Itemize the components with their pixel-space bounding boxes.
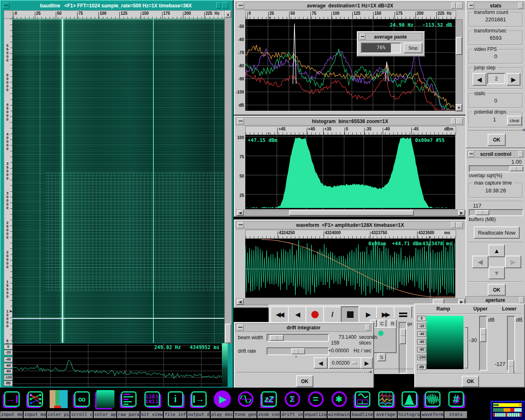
scroll-left-button[interactable]: ◀ <box>472 256 488 268</box>
toolbar-item-tone-gen[interactable]: tone gen <box>234 388 257 420</box>
toolbar-label-tone-gen[interactable]: tone gen <box>234 411 257 418</box>
window-menu-button[interactable] <box>518 2 523 9</box>
drift-rate-slider-thumb[interactable] <box>291 348 305 354</box>
rewind-button[interactable]: ◀◀ <box>270 306 289 323</box>
gain-slider-track[interactable] <box>399 322 407 374</box>
toolbar-item-histogram[interactable]: histogra <box>397 388 421 420</box>
toolbar-button-bit-view[interactable]: 11011011 <box>140 388 164 410</box>
toolbar-item-windowing[interactable]: ✱windowin <box>327 388 351 420</box>
toolbar-item-input-map[interactable]: input ma <box>23 388 47 420</box>
toolbar-item-output-device[interactable]: →output d <box>187 388 210 420</box>
record-enable-button[interactable]: R <box>388 320 397 328</box>
average-titlebar[interactable]: average destination=1 Hz=1X dB=2X <box>236 2 464 10</box>
histogram-plot[interactable]: +47.15 dBm 0x00e7 #55 <box>245 135 455 209</box>
toolbar-label-histogram[interactable]: histogra <box>398 411 420 418</box>
average-paste-titlebar[interactable]: average paste <box>358 33 422 41</box>
toolbar-label-file-info[interactable]: file inf <box>164 411 187 418</box>
toolbar-button-windowing[interactable]: ✱ <box>327 388 351 410</box>
toolbar-label-output-device[interactable]: output d <box>187 411 210 418</box>
toolbar-label-scroll-control[interactable]: scroll c <box>71 411 93 418</box>
scroll-up-button[interactable]: ▲ <box>225 11 231 18</box>
scroll-down-button[interactable]: ▼ <box>456 104 462 111</box>
frequency-ruler[interactable]: 0255075100125150175200225Hz <box>12 10 225 19</box>
scroll-control-titlebar[interactable]: scroll control <box>467 150 524 158</box>
capture-button[interactable]: C <box>378 320 386 328</box>
stop-button[interactable] <box>341 306 359 323</box>
average-vscrollbar[interactable]: ▼ <box>455 19 463 112</box>
toolbar-label-waveform[interactable]: waveform <box>421 411 444 418</box>
window-menu-button[interactable] <box>451 2 456 9</box>
minimize-button[interactable] <box>3 2 9 9</box>
histogram-ruler[interactable]: ▼ +45+40+350-35-40-45dBm <box>245 126 456 135</box>
ok-button[interactable]: OK <box>488 134 506 146</box>
toolbar-label-input-device[interactable]: input de <box>0 411 23 418</box>
toolbar-button-input-device[interactable]: → <box>0 388 23 410</box>
window-menu-button[interactable] <box>365 324 370 331</box>
toolbar-button-equalizer[interactable]: = <box>304 388 327 410</box>
toolbar-item-input-device[interactable]: →input de <box>0 388 23 420</box>
baudline-titlebar[interactable]: baudline <F1> FFT=1024 sample_rate=500 H… <box>2 2 230 9</box>
toolbar-item-baudline[interactable]: baudline <box>351 388 374 420</box>
toolbar-button-waveform[interactable] <box>421 388 444 410</box>
minimize-button[interactable] <box>237 324 244 331</box>
toolbar-button-output-device[interactable]: → <box>187 388 210 410</box>
overlap-slider-track[interactable] <box>469 165 523 172</box>
window-menu-button[interactable] <box>451 118 456 124</box>
toolbar-item-drift-integrator[interactable]: Σ/drift in <box>281 388 304 420</box>
minimize-button[interactable] <box>468 2 474 9</box>
toolbar-button-color-picker[interactable] <box>47 388 70 410</box>
toolbar-item-waveform[interactable]: waveform <box>421 388 444 420</box>
ok-button[interactable]: OK <box>488 284 506 296</box>
toolbar-label-drift-integrator[interactable]: drift in <box>281 411 304 418</box>
stop-button[interactable]: Stop <box>404 43 422 53</box>
window-menu-button[interactable] <box>519 297 524 303</box>
minimize-button[interactable] <box>237 118 244 124</box>
toolbar-button-file-info[interactable]: i <box>164 388 187 410</box>
upper-slider-thumb[interactable] <box>480 328 486 342</box>
buffers-slider-thumb[interactable] <box>475 210 489 215</box>
clear-button[interactable]: clear <box>507 116 522 126</box>
gain-slider-thumb[interactable] <box>399 329 406 344</box>
average-ruler[interactable]: ▼ 0255075100125150175200225Hz <box>245 10 456 19</box>
toolbar-label-input-map[interactable]: input ma <box>24 411 46 418</box>
reverse-play-button[interactable]: ◀ <box>288 306 306 323</box>
jump-step-up-button[interactable]: ▶ <box>507 73 520 86</box>
step-down-button[interactable]: ◀ <box>314 357 328 369</box>
buffers-slider-track[interactable] <box>469 209 523 216</box>
histogram-hscrollbar[interactable]: ◀ ▶ <box>236 210 466 216</box>
toolbar-item-stats[interactable]: #stats <box>444 388 468 420</box>
maximize-button[interactable] <box>456 2 463 9</box>
toolbar-button-histogram[interactable] <box>397 388 421 410</box>
toolbar-button-baudline[interactable] <box>351 388 374 410</box>
toolbar-button-scroll-control[interactable]: ∞ <box>70 388 94 410</box>
main-vscroll-thumb[interactable] <box>225 324 231 343</box>
window-menu-button[interactable] <box>518 151 523 157</box>
window-menu-button[interactable] <box>216 2 221 9</box>
toolbar-button-stats[interactable]: # <box>444 388 468 410</box>
scroll-left-button[interactable]: ◀ <box>237 210 244 216</box>
drift-rate-slider-track[interactable] <box>267 347 329 355</box>
drift-titlebar[interactable]: drift integrator <box>235 324 372 332</box>
toolbar-item-color-picker[interactable]: color pi <box>47 388 70 420</box>
scroll-right-button[interactable]: ▶ <box>505 256 521 268</box>
toolbar-label-raw-params[interactable]: raw para <box>117 411 140 418</box>
spectrum-plot[interactable]: 249.02 Hz 4349952 ms <box>13 343 222 387</box>
time-ruler[interactable]: ▶ 55000500004500040000350003000025000200… <box>4 18 13 344</box>
toolbar-item-play-deck[interactable]: ▶play dec <box>210 388 234 420</box>
toolbar-item-file-info[interactable]: ifile inf <box>164 388 187 420</box>
spectrogram[interactable] <box>12 18 224 343</box>
toolbar-button-color-aperture[interactable] <box>94 388 117 410</box>
stats-titlebar[interactable]: stats <box>467 2 524 9</box>
beam-width-slider-thumb[interactable] <box>270 335 284 341</box>
toolbar-item-scroll-control[interactable]: ∞scroll c <box>70 388 94 420</box>
waveform-ruler[interactable]: ▼ 4324250432400043237504323500ms <box>245 230 456 239</box>
toolbar-label-color-picker[interactable]: color pi <box>47 411 70 418</box>
toolbar-item-bit-view[interactable]: 11011011bit view <box>140 388 164 420</box>
toolbar-item-color-aperture[interactable]: color ap <box>94 388 117 420</box>
minimize-button[interactable] <box>468 151 474 157</box>
pause-button[interactable]: / <box>323 306 342 323</box>
toolbar-label-color-aperture[interactable]: color ap <box>94 411 116 418</box>
toolbar-button-zoom-control[interactable]: zZ <box>257 388 281 410</box>
step-up-button[interactable]: ▶ <box>361 357 373 369</box>
histogram-hscroll-thumb[interactable] <box>289 210 414 216</box>
